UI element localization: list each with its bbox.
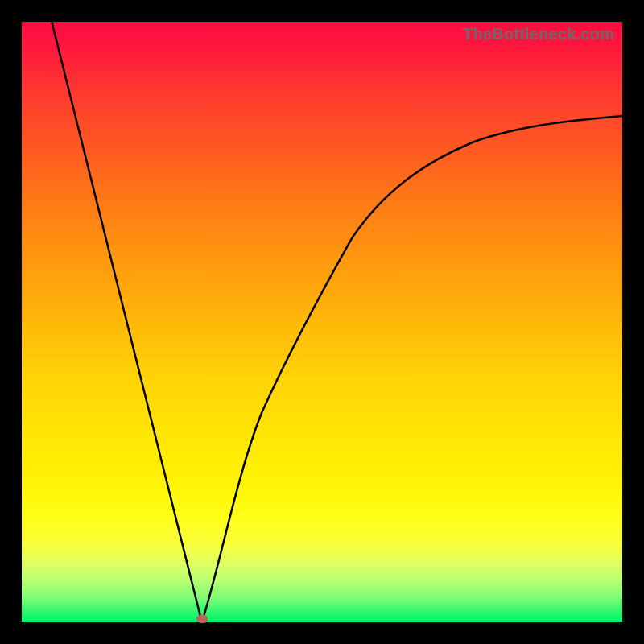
watermark-text: TheBottleneck.com [463,25,614,43]
plot-area: TheBottleneck.com [22,22,622,622]
curve-right [202,116,622,622]
curve-left [52,22,202,622]
chart-curve [22,22,622,622]
minimum-marker [196,615,208,623]
